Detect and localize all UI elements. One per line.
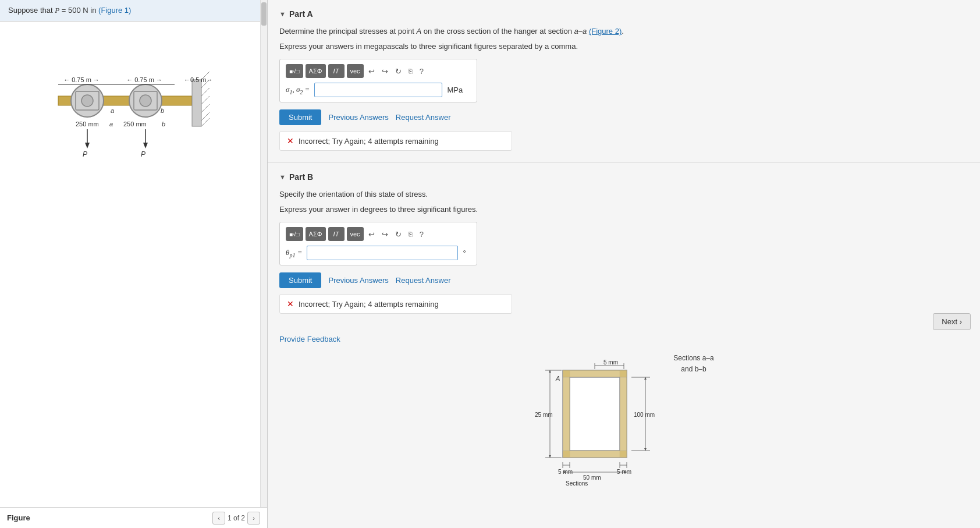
- part-a-instruction: Express your answers in megapascals to t…: [279, 41, 968, 52]
- part-b-description: Specify the orientation of this state of…: [279, 189, 968, 200]
- svg-marker-30: [143, 143, 148, 148]
- part-b-answer-label: θp1 =: [286, 248, 302, 258]
- it-btn-b[interactable]: IT: [328, 227, 345, 241]
- svg-marker-46: [549, 370, 551, 373]
- svg-line-10: [201, 88, 210, 96]
- keyboard-btn-b[interactable]: ⎘: [406, 227, 415, 241]
- part-b-answer-row: θp1 = °: [286, 246, 471, 260]
- svg-text:and: and: [566, 486, 576, 487]
- svg-text:25 mm: 25 mm: [535, 412, 553, 418]
- svg-rect-33: [570, 377, 620, 451]
- it-btn-a[interactable]: IT: [328, 64, 345, 78]
- feedback-section: Provide Feedback: [268, 325, 980, 353]
- scrollbar-thumb[interactable]: [261, 2, 267, 26]
- part-a-toolbar-buttons: ■√□ AΣΦ IT vec ↩ ↪ ↻ ⎘ ?: [286, 64, 471, 78]
- part-b-label: Part B: [289, 172, 313, 182]
- part-a-submit-btn[interactable]: Submit: [279, 109, 321, 125]
- svg-line-12: [201, 104, 210, 112]
- part-b-answer-input[interactable]: [307, 246, 458, 260]
- part-b-prev-answers-link[interactable]: Previous Answers: [328, 276, 388, 285]
- next-button[interactable]: Next ›: [933, 313, 971, 330]
- part-a-submit-row: Submit Previous Answers Request Answer: [279, 109, 968, 125]
- cross-section-diagram: A 5 mm 25 mm 100 mm 5 mm: [534, 359, 673, 487]
- svg-rect-37: [563, 451, 627, 458]
- svg-text:a: a: [111, 107, 114, 114]
- part-b-collapse-arrow[interactable]: ▼: [279, 173, 286, 180]
- sqrt-btn-b[interactable]: ■√□: [286, 227, 303, 241]
- redo-btn-a[interactable]: ↪: [379, 64, 390, 78]
- part-a-request-answer-link[interactable]: Request Answer: [396, 113, 451, 122]
- part-a-collapse-arrow[interactable]: ▼: [279, 10, 286, 17]
- svg-text:P: P: [141, 150, 145, 158]
- figure-page-info: 1 of 2: [228, 514, 245, 522]
- svg-text:b: b: [162, 121, 165, 127]
- next-btn-area: Next ›: [933, 313, 971, 330]
- part-b-toolbar-buttons: ■√□ AΣΦ IT vec ↩ ↪ ↻ ⎘ ?: [286, 227, 471, 241]
- greek-btn-a[interactable]: AΣΦ: [306, 64, 326, 78]
- part-b-error-text: Incorrect; Try Again; 4 attempts remaini…: [299, 300, 439, 309]
- vec-btn-b[interactable]: vec: [347, 227, 364, 241]
- sqrt-btn-a[interactable]: ■√□: [286, 64, 303, 78]
- undo-btn-a[interactable]: ↩: [366, 64, 377, 78]
- svg-line-11: [201, 96, 210, 104]
- figure-footer: Figure ‹ 1 of 2 ›: [0, 507, 267, 528]
- part-b-submit-btn[interactable]: Submit: [279, 272, 321, 288]
- undo-btn-b[interactable]: ↩: [366, 227, 377, 241]
- svg-marker-53: [644, 448, 647, 451]
- figure-next-btn[interactable]: ›: [247, 512, 260, 525]
- part-a-prev-answers-link[interactable]: Previous Answers: [328, 113, 388, 122]
- part-a-answer-label: σ1, σ2 =: [286, 85, 310, 95]
- figure-label: Figure: [7, 513, 30, 522]
- part-a-error-icon: ✕: [287, 136, 294, 146]
- figure-scrollbar[interactable]: [260, 0, 267, 507]
- svg-text:100 mm: 100 mm: [634, 412, 655, 418]
- svg-marker-47: [549, 455, 551, 458]
- part-b-instruction: Express your answer in degrees to three …: [279, 204, 968, 215]
- part-b-error-box: ✕ Incorrect; Try Again; 4 attempts remai…: [279, 294, 512, 314]
- figure2-link-a[interactable]: (Figure 2): [589, 27, 622, 36]
- p-variable: P: [55, 6, 59, 15]
- svg-text:← 0.75 m →: ← 0.75 m →: [126, 76, 162, 83]
- svg-rect-35: [620, 370, 627, 458]
- part-b-request-answer-link[interactable]: Request Answer: [396, 276, 451, 285]
- figure-navigation: ‹ 1 of 2 ›: [212, 512, 260, 525]
- figure-link[interactable]: (Figure 1): [98, 6, 131, 15]
- help-btn-b[interactable]: ?: [417, 227, 426, 241]
- problem-text: Suppose that: [8, 6, 55, 15]
- part-b-submit-row: Submit Previous Answers Request Answer: [279, 272, 968, 288]
- help-btn-a[interactable]: ?: [417, 64, 426, 78]
- part-a-answer-input[interactable]: [314, 83, 442, 97]
- reset-btn-a[interactable]: ↻: [393, 64, 404, 78]
- svg-marker-27: [85, 143, 90, 148]
- part-a-answer-row: σ1, σ2 = MPa: [286, 83, 471, 97]
- svg-text:A: A: [555, 375, 560, 382]
- greek-btn-b[interactable]: AΣΦ: [306, 227, 326, 241]
- provide-feedback-link[interactable]: Provide Feedback: [279, 335, 340, 343]
- svg-rect-34: [563, 370, 570, 458]
- svg-text:← 0.75 m →: ← 0.75 m →: [63, 76, 100, 83]
- vec-btn-a[interactable]: vec: [347, 64, 364, 78]
- diagram-area: A 5 mm 25 mm 100 mm 5 mm: [268, 353, 980, 492]
- left-panel: Suppose that P = 500 N in (Figure 1): [0, 0, 268, 528]
- part-b-header: ▼ Part B: [279, 172, 968, 182]
- part-a-header: ▼ Part A: [279, 9, 968, 19]
- svg-text:←0.5 m→: ←0.5 m→: [184, 76, 213, 83]
- right-panel: ▼ Part A Determine the principal stresse…: [268, 0, 980, 528]
- svg-text:P: P: [83, 150, 87, 158]
- diagram-caption: Sections a–a and b–b: [673, 353, 713, 487]
- svg-text:5 mm: 5 mm: [617, 469, 631, 475]
- reset-btn-b[interactable]: ↻: [393, 227, 404, 241]
- svg-text:250 mm: 250 mm: [76, 121, 99, 127]
- svg-point-2: [81, 95, 93, 107]
- problem-equals: = 500 N in: [59, 6, 98, 15]
- part-b-error-icon: ✕: [287, 299, 294, 309]
- svg-rect-7: [192, 80, 201, 126]
- part-a-math-toolbar: ■√□ AΣΦ IT vec ↩ ↪ ↻ ⎘ ? σ1, σ2 = MPa: [279, 59, 477, 102]
- part-b-math-toolbar: ■√□ AΣΦ IT vec ↩ ↪ ↻ ⎘ ? θp1 = °: [279, 222, 477, 265]
- part-a-section: ▼ Part A Determine the principal stresse…: [268, 0, 980, 162]
- figure-prev-btn[interactable]: ‹: [212, 512, 225, 525]
- redo-btn-b[interactable]: ↪: [379, 227, 390, 241]
- part-a-error-box: ✕ Incorrect; Try Again; 4 attempts remai…: [279, 131, 512, 151]
- svg-text:5 mm: 5 mm: [558, 469, 573, 475]
- keyboard-btn-a[interactable]: ⎘: [406, 64, 415, 78]
